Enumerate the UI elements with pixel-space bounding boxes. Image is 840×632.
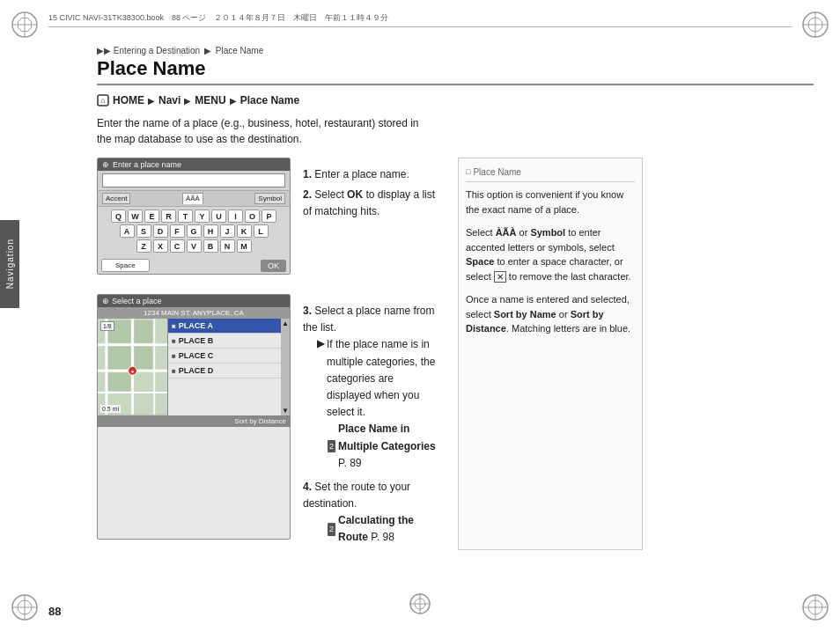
breadcrumb-item-1: Entering a Destination xyxy=(114,46,200,55)
step-3: 3. Select a place name from the list. ▶ … xyxy=(303,303,440,472)
info-panel-title: □ Place Name xyxy=(466,165,635,182)
row-keyboard: ⊕ Enter a place name Accent ÀÃÀ Symbol Q xyxy=(97,158,440,285)
top-meta-bar: 15 CIVIC NAVI-31TK38300.book 88 ページ ２０１４… xyxy=(48,12,792,27)
scroll-down-icon[interactable]: ▼ xyxy=(281,406,290,415)
key-V[interactable]: V xyxy=(187,239,202,253)
place-list: ■ PLACE A ■ PLACE B ■ PLACE C xyxy=(168,319,290,378)
step-2-number: 2. xyxy=(303,188,312,201)
step-3-ref-bold: Place Name in Multiple Categories P. 89 xyxy=(338,421,440,472)
step-4-number: 4. xyxy=(303,481,312,493)
map-svg: ● xyxy=(98,319,167,415)
key-R[interactable]: R xyxy=(161,209,176,223)
key-M[interactable]: M xyxy=(237,239,252,253)
steps-3-4: 3. Select a place name from the list. ▶ … xyxy=(303,294,440,550)
key-row-3: Z X C V B N M xyxy=(101,239,286,253)
tab-accent[interactable]: Accent xyxy=(102,193,130,204)
scroll-up-icon[interactable]: ▲ xyxy=(281,319,290,328)
corner-decoration-tl xyxy=(9,9,41,40)
tab-aaa[interactable]: ÀÃÀ xyxy=(182,193,203,204)
key-N[interactable]: N xyxy=(220,239,235,253)
step-1-number: 1. xyxy=(303,168,312,180)
map-scale: 0.5 mi xyxy=(100,405,121,413)
key-P[interactable]: P xyxy=(262,209,276,223)
keyboard-input-row xyxy=(98,171,290,191)
space-key[interactable]: Space xyxy=(101,259,150,272)
step-4-text: Set the route to your destination. xyxy=(303,481,410,510)
key-S[interactable]: S xyxy=(136,224,151,238)
step-3-note-text: If the place name is in multiple categor… xyxy=(327,336,440,421)
info-para-3: Once a name is entered and selected, sel… xyxy=(466,292,635,336)
scrollbar[interactable]: ▲ ▼ xyxy=(281,319,290,415)
two-col-layout: ⊕ Enter a place name Accent ÀÃÀ Symbol Q xyxy=(97,158,814,550)
svg-text:⌂: ⌂ xyxy=(100,96,105,105)
tab-symbol[interactable]: Symbol xyxy=(254,193,285,204)
key-row-2: A S D F G H J K L xyxy=(101,224,286,238)
info-panel-icon: □ xyxy=(466,166,470,179)
breadcrumb-item-2: Place Name xyxy=(216,46,263,55)
file-info: 15 CIVIC NAVI-31TK38300.book 88 ページ ２０１４… xyxy=(48,12,388,24)
map-info: 1/8 xyxy=(100,321,114,331)
row-place: ⊕ Select a place 1234 MAIN ST, ANYPLACE,… xyxy=(97,294,440,550)
key-U[interactable]: U xyxy=(211,209,226,223)
place-item-d[interactable]: ■ PLACE D xyxy=(168,364,290,378)
key-W[interactable]: W xyxy=(128,209,143,223)
svg-text:●: ● xyxy=(131,369,135,374)
sort-by-distance[interactable]: Sort by Distance xyxy=(234,417,286,425)
info-panel-title-text: Place Name xyxy=(473,165,520,179)
place-item-b[interactable]: ■ PLACE B xyxy=(168,334,290,349)
step-2-text: Select OK to display a list of matching … xyxy=(303,188,435,217)
place-screen: ⊕ Select a place 1234 MAIN ST, ANYPLACE,… xyxy=(97,294,291,540)
key-A[interactable]: A xyxy=(120,224,135,238)
ok-key[interactable]: OK xyxy=(261,260,286,272)
intro-text: Enter the name of a place (e.g., busines… xyxy=(97,115,431,147)
key-J[interactable]: J xyxy=(220,224,235,238)
info-para-1: This option is convenient if you know th… xyxy=(466,187,635,217)
step-1-text: Enter a place name. xyxy=(314,168,409,180)
place-name-a: PLACE A xyxy=(179,321,213,330)
key-T[interactable]: T xyxy=(178,209,193,223)
step-1: 1. Enter a place name. xyxy=(303,166,440,183)
step-4: 4. Set the route to your destination. 2 … xyxy=(303,479,440,547)
key-H[interactable]: H xyxy=(203,224,218,238)
place-icon-c: ■ xyxy=(172,352,176,360)
keyboard-tabs: Accent ÀÃÀ Symbol xyxy=(98,191,290,207)
key-Y[interactable]: Y xyxy=(195,209,210,223)
svg-rect-28 xyxy=(134,347,152,370)
key-Q[interactable]: Q xyxy=(111,209,126,223)
path-menu: MENU xyxy=(195,94,225,107)
path-place-name: Place Name xyxy=(240,94,299,107)
step-2: 2. Select OK to display a list of matchi… xyxy=(303,187,440,220)
keyboard-keys: Q W E R T Y U I O P A xyxy=(98,207,290,257)
key-row-1: Q W E R T Y U I O P xyxy=(101,209,286,223)
corner-decoration-bl xyxy=(9,592,41,623)
key-B[interactable]: B xyxy=(203,239,218,253)
key-K[interactable]: K xyxy=(237,224,252,238)
ref-icon-3: 2 xyxy=(328,440,335,452)
svg-rect-26 xyxy=(134,320,152,343)
key-D[interactable]: D xyxy=(153,224,168,238)
place-header: ⊕ Select a place xyxy=(98,295,290,307)
corner-decoration-tr xyxy=(799,9,831,40)
key-Z[interactable]: Z xyxy=(136,239,151,253)
key-F[interactable]: F xyxy=(170,224,185,238)
page-number: 88 xyxy=(48,605,61,618)
breadcrumb: ▶▶ Entering a Destination ▶ Place Name xyxy=(97,46,263,55)
place-item-c[interactable]: ■ PLACE C xyxy=(168,349,290,364)
path-home: HOME xyxy=(113,94,144,107)
key-C[interactable]: C xyxy=(170,239,185,253)
step-3-ref: 2 Place Name in Multiple Categories P. 8… xyxy=(328,421,440,472)
key-O[interactable]: O xyxy=(245,209,260,223)
key-G[interactable]: G xyxy=(187,224,202,238)
info-panel: □ Place Name This option is convenient i… xyxy=(458,158,643,550)
left-column: ⊕ Enter a place name Accent ÀÃÀ Symbol Q xyxy=(97,158,440,550)
keyboard-input-box[interactable] xyxy=(102,173,285,187)
place-name-b: PLACE B xyxy=(179,336,214,345)
map-area: ● 1/8 0.5 mi xyxy=(98,319,168,415)
key-E[interactable]: E xyxy=(144,209,159,223)
key-I[interactable]: I xyxy=(228,209,243,223)
key-X[interactable]: X xyxy=(153,239,168,253)
step-4-ref: 2 Calculating the Route P. 98 xyxy=(328,512,440,546)
place-bottom-bar: Sort by Distance xyxy=(98,415,290,427)
place-item-a[interactable]: ■ PLACE A xyxy=(168,319,290,334)
key-L[interactable]: L xyxy=(254,224,269,238)
